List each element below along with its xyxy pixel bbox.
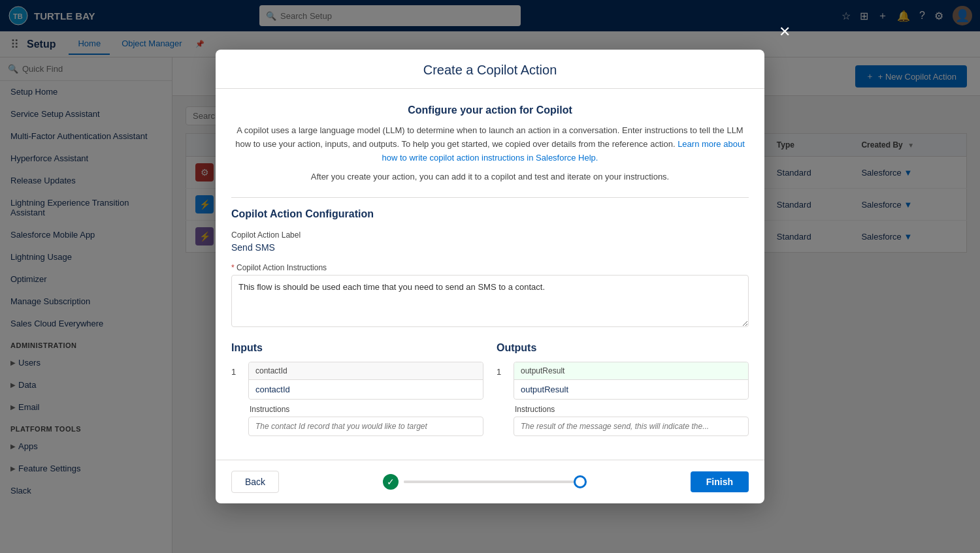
output-item-1: 1 outputResult Instructions xyxy=(497,362,749,436)
inputs-outputs-grid: Inputs 1 contactId Instructions xyxy=(231,342,749,444)
input-instructions-label: Instructions xyxy=(248,405,483,414)
output-card-wrapper: outputResult Instructions xyxy=(514,362,749,436)
input-instructions-input-1[interactable] xyxy=(248,417,483,436)
outputs-section: Outputs 1 outputResult Instructions xyxy=(497,342,749,444)
output-card-header-1: outputResult xyxy=(514,362,748,380)
progress-check-icon: ✓ xyxy=(383,474,399,490)
output-instructions-label: Instructions xyxy=(514,405,749,414)
outputs-title: Outputs xyxy=(497,342,749,354)
input-card-wrapper: contactId Instructions xyxy=(248,362,483,436)
label-field-label: Copilot Action Label xyxy=(231,230,749,240)
back-button[interactable]: Back xyxy=(231,471,279,493)
configure-link[interactable]: Learn more about how to write copilot ac… xyxy=(382,139,745,163)
configure-title: Configure your action for Copilot xyxy=(231,104,749,116)
progress-area: ✓ xyxy=(279,474,691,490)
configure-desc2: After you create your action, you can ad… xyxy=(231,170,749,184)
configure-desc: A copilot uses a large language model (L… xyxy=(231,124,749,165)
input-card-input-1[interactable] xyxy=(249,380,483,399)
inputs-section: Inputs 1 contactId Instructions xyxy=(231,342,483,444)
output-instructions-input-1[interactable] xyxy=(514,417,749,436)
progress-track xyxy=(404,481,587,483)
config-section-title: Copilot Action Configuration xyxy=(231,208,749,220)
progress-dot xyxy=(574,475,587,488)
output-card-1: outputResult xyxy=(514,362,749,400)
finish-button[interactable]: Finish xyxy=(691,471,749,492)
input-card-1: contactId xyxy=(248,362,483,400)
output-card-input-1[interactable] xyxy=(514,380,748,399)
modal-header: Create a Copilot Action xyxy=(216,50,764,89)
inputs-title: Inputs xyxy=(231,342,483,354)
section-divider xyxy=(231,197,749,198)
input-card-header-1: contactId xyxy=(249,362,483,380)
input-item-1: 1 contactId Instructions xyxy=(231,362,483,436)
input-number-1: 1 xyxy=(231,362,242,377)
modal-overlay: ✕ Create a Copilot Action Configure your… xyxy=(0,0,980,553)
instructions-textarea[interactable] xyxy=(231,275,749,327)
instructions-field-label: Copilot Action Instructions xyxy=(231,263,749,272)
progress-fill xyxy=(404,481,587,483)
label-field-value: Send SMS xyxy=(231,242,749,253)
modal-body: Configure your action for Copilot A copi… xyxy=(216,89,764,459)
modal-title: Create a Copilot Action xyxy=(423,63,557,78)
modal-footer: Back ✓ Finish xyxy=(216,460,764,503)
modal-dialog: ✕ Create a Copilot Action Configure your… xyxy=(216,50,764,503)
modal-close-button[interactable]: ✕ xyxy=(779,24,791,40)
output-number-1: 1 xyxy=(497,362,507,377)
